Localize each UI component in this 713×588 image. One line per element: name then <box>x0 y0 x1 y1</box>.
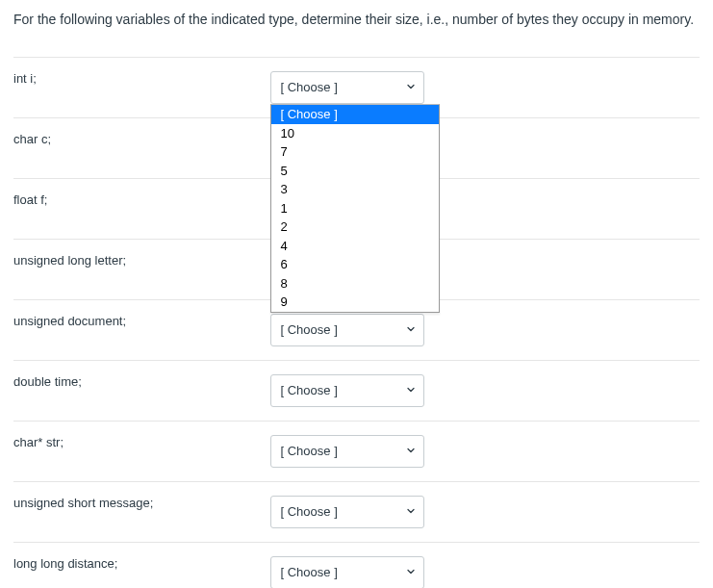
variable-label: int i; <box>13 71 270 86</box>
size-dropdown: [ Choose ]10753124689 <box>270 104 440 313</box>
dropdown-option[interactable]: 4 <box>271 237 439 256</box>
size-select-wrap: [ Choose ] <box>270 374 424 407</box>
dropdown-option[interactable]: 6 <box>271 255 439 274</box>
size-select[interactable]: [ Choose ] <box>270 71 424 104</box>
question-prompt: For the following variables of the indic… <box>13 10 700 30</box>
variable-label: char c; <box>13 132 270 146</box>
size-select-wrap: [ Choose ] <box>270 435 424 468</box>
variable-row: long long distance;[ Choose ] <box>13 542 700 588</box>
dropdown-option[interactable]: 2 <box>271 217 439 237</box>
dropdown-option[interactable]: 1 <box>271 199 439 218</box>
size-select[interactable]: [ Choose ] <box>270 435 424 468</box>
variable-label: long long distance; <box>13 556 270 571</box>
variable-label: unsigned document; <box>13 314 270 328</box>
dropdown-option[interactable]: 7 <box>271 142 439 162</box>
variable-label: double time; <box>13 374 270 389</box>
size-select-wrap: [ Choose ] <box>270 496 424 528</box>
dropdown-option[interactable]: 3 <box>271 180 439 199</box>
size-select-wrap: [ Choose ] <box>270 556 424 588</box>
dropdown-option[interactable]: 10 <box>271 124 439 143</box>
variable-label: unsigned short message; <box>13 496 270 510</box>
variable-row: char* str;[ Choose ] <box>13 421 700 481</box>
dropdown-option[interactable]: [ Choose ] <box>271 105 439 124</box>
variable-label: char* str; <box>13 435 270 449</box>
size-select[interactable]: [ Choose ] <box>270 374 424 407</box>
size-select[interactable]: [ Choose ] <box>270 496 424 528</box>
size-select-wrap: [ Choose ][ Choose ]10753124689 <box>270 71 424 104</box>
dropdown-option[interactable]: 9 <box>271 293 439 312</box>
variable-row: double time;[ Choose ] <box>13 360 700 421</box>
dropdown-option[interactable]: 8 <box>271 274 439 294</box>
variable-rows: int i;[ Choose ][ Choose ]10753124689cha… <box>13 57 700 588</box>
size-select-wrap: [ Choose ] <box>270 314 424 346</box>
size-select[interactable]: [ Choose ] <box>270 314 424 346</box>
variable-label: float f; <box>13 192 270 207</box>
variable-row: unsigned short message;[ Choose ] <box>13 481 700 542</box>
variable-row: int i;[ Choose ][ Choose ]10753124689 <box>13 57 700 117</box>
dropdown-option[interactable]: 5 <box>271 162 439 181</box>
size-select[interactable]: [ Choose ] <box>270 556 424 588</box>
variable-label: unsigned long letter; <box>13 253 270 268</box>
